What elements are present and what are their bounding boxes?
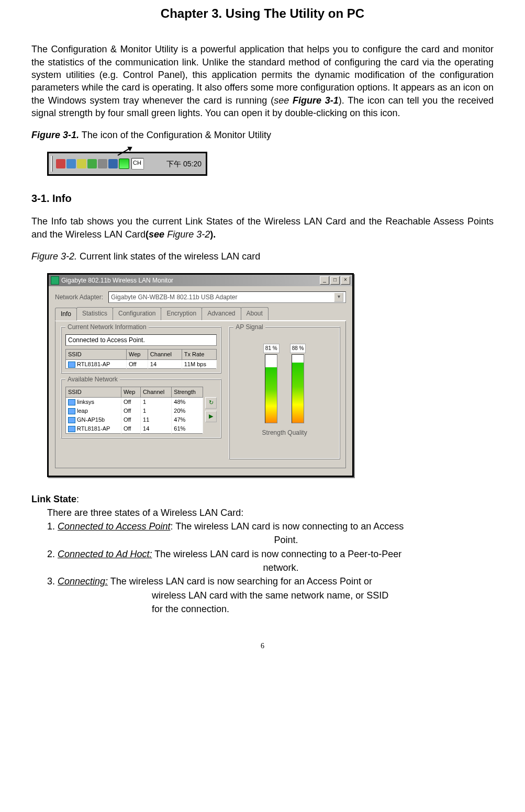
intro-fig-ref: Figure 3-1 — [293, 95, 339, 106]
section-3-1-heading: 3-1. Info — [31, 191, 494, 206]
tab-about[interactable]: About — [241, 307, 269, 320]
ime-indicator: CH — [131, 158, 144, 170]
linkstate-heading-line: Link State: — [31, 493, 494, 505]
tab-strip: Info Statistics Configuration Encryption… — [55, 307, 346, 320]
table-row[interactable]: RTL8181-APOff1461% — [66, 424, 203, 433]
col-channel: Channel — [141, 387, 172, 398]
tray-icon — [108, 159, 118, 168]
ls3-num: 3. — [47, 576, 58, 587]
figure-3-1-text: The icon of the Configuration & Monitor … — [79, 130, 271, 140]
intro-see: see — [274, 95, 293, 106]
group-current-network: Current Network Information Connected to… — [61, 326, 221, 374]
col-wep: Wep — [127, 349, 148, 359]
cell-wep: Off — [121, 407, 140, 415]
tab-advanced[interactable]: Advanced — [202, 307, 241, 320]
figure-3-2-image: Gigabyte 802.11b Wireless LAN Monitor _ … — [47, 273, 354, 477]
signal-bars: 81 % 88 % — [233, 334, 336, 426]
tab-configuration[interactable]: Configuration — [113, 307, 161, 320]
cell-strength: 48% — [172, 398, 203, 407]
cell-ssid: RTL8181-AP — [77, 361, 110, 367]
ls3-term: Connecting: — [58, 576, 108, 587]
tray-icon — [77, 159, 86, 168]
network-icon — [68, 399, 75, 405]
linkstate-colon: : — [76, 494, 79, 504]
linkstate-item-1: 1. Connected to Access Point: The wirele… — [47, 520, 494, 533]
table-row[interactable]: leapOff120% — [66, 407, 203, 415]
cell-channel: 11 — [141, 415, 172, 424]
ls2-num: 2. — [47, 549, 58, 559]
adapter-combo[interactable]: Gigabyte GN-WBZB-M 802.11b USB Adapter ▾ — [108, 291, 346, 303]
tray-divider — [51, 156, 53, 172]
tab-body: Current Network Information Connected to… — [55, 321, 346, 468]
minimize-button[interactable]: _ — [320, 276, 329, 285]
refresh-button[interactable]: ↻ — [205, 397, 217, 409]
chevron-down-icon: ▾ — [334, 292, 343, 302]
info-see: see — [149, 229, 164, 240]
network-icon — [68, 362, 75, 368]
strength-bar — [265, 354, 277, 423]
page-number: 6 — [31, 641, 494, 651]
linkstate-item-2: 2. Connected to Ad Hoct: The wireless LA… — [47, 548, 494, 560]
figure-3-2-label: Figure 3-2. — [31, 251, 77, 262]
available-network-table: SSID Wep Channel Strength linksysOff148%… — [65, 387, 203, 433]
linkstate-intro: There are three states of a Wireless LAN… — [47, 506, 494, 519]
group-available-network: Available Network SSID Wep Channel Stren… — [61, 379, 221, 438]
cell-wep: Off — [121, 415, 140, 424]
tab-statistics[interactable]: Statistics — [76, 307, 113, 320]
connected-status: Connected to Access Point. — [65, 334, 217, 346]
figure-3-1-caption: Figure 3-1. The icon of the Configuratio… — [31, 129, 494, 141]
network-icon — [68, 417, 75, 423]
info-paragraph: The Info tab shows you the current Link … — [31, 215, 494, 241]
col-channel: Channel — [148, 349, 182, 359]
cell-channel: 1 — [141, 407, 172, 415]
group-ap-signal: AP Signal 81 % 88 % Strength Quality — [229, 326, 340, 459]
signal-labels: Strength Quality — [233, 428, 336, 437]
info-text: The Info tab shows you the current Link … — [31, 216, 494, 239]
table-row[interactable]: GN-AP15bOff1147% — [66, 415, 203, 424]
current-network-table: SSID Wep Channel Tx Rate RTL8181-AP Off … — [65, 349, 217, 369]
table-row[interactable]: RTL8181-AP Off 14 11M bps — [66, 359, 217, 369]
window-titlebar: Gigabyte 802.11b Wireless LAN Monitor _ … — [49, 275, 352, 286]
figure-3-1-label: Figure 3-1. — [31, 130, 79, 140]
cell-wep: Off — [127, 359, 148, 369]
tab-encryption[interactable]: Encryption — [161, 307, 202, 320]
system-tray: CH 下午 05:20 — [49, 153, 206, 174]
figure-3-2-text: Current link states of the wireless LAN … — [77, 251, 260, 262]
maximize-button[interactable]: □ — [330, 276, 340, 285]
network-icon — [68, 426, 75, 432]
cell-channel: 14 — [141, 424, 172, 433]
tray-icon — [98, 159, 107, 168]
cell-channel: 14 — [148, 359, 182, 369]
ls1-rest: : The wireless LAN card is now connectin… — [170, 521, 404, 532]
cell-ssid: GN-AP15b — [77, 416, 105, 423]
cell-wep: Off — [121, 424, 140, 433]
linkstate-heading: Link State — [31, 494, 76, 504]
info-close: ). — [210, 229, 216, 240]
col-strength: Strength — [172, 387, 203, 398]
tab-info[interactable]: Info — [55, 308, 77, 320]
cell-strength: 61% — [172, 424, 203, 433]
cell-strength: 47% — [172, 415, 203, 424]
col-ssid: SSID — [66, 349, 127, 359]
figure-3-2-caption: Figure 3-2. Current link states of the w… — [31, 250, 494, 263]
chapter-title: Chapter 3. Using The Utility on PC — [31, 5, 494, 22]
cell-wep: Off — [121, 398, 140, 407]
ls2-line2: network. — [68, 561, 494, 574]
strength-percent: 81 % — [263, 344, 280, 353]
connect-button[interactable]: ▶ — [205, 411, 217, 422]
tray-icon — [56, 159, 65, 168]
figure-3-1-image: CH 下午 05:20 — [47, 152, 207, 176]
window-client: Network Adapter: Gigabyte GN-WBZB-M 802.… — [49, 286, 352, 475]
table-row[interactable]: linksysOff148% — [66, 398, 203, 407]
ls2-rest: The wireless LAN card is now connecting … — [152, 549, 401, 559]
linkstate-item-3: 3. Connecting: The wireless LAN card is … — [47, 575, 494, 588]
ls1-line2: Point. — [79, 534, 494, 546]
group-available-legend: Available Network — [65, 375, 120, 384]
close-button[interactable]: × — [341, 276, 350, 285]
ls3-line2: wireless LAN card with the same network … — [47, 589, 494, 602]
window-title: Gigabyte 802.11b Wireless LAN Monitor — [61, 276, 173, 285]
intro-paragraph: The Configuration & Monitor Utility is a… — [31, 43, 494, 119]
cell-channel: 1 — [141, 398, 172, 407]
tray-clock: 下午 05:20 — [162, 159, 206, 169]
tray-icon — [66, 159, 76, 168]
